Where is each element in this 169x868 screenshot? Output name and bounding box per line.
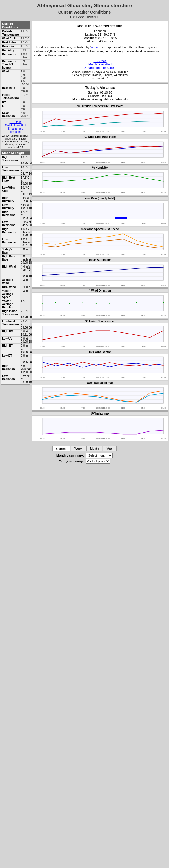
weewx-uptime: Weewx uptime: 16 days, 3 hours, 59 minut… [2,134,29,140]
mobile-link[interactable]: Mobile formatted [2,124,29,127]
svg-text:13:00: 13:00 [60,407,65,409]
monthly-summary-select[interactable]: -Select month- [86,453,113,458]
since-midnight-box: Since Midnight High Temperature18.3°C at… [1,150,30,385]
tab-current[interactable]: Current [53,445,70,451]
chart-area-barometer: 09:0013:0017:0021:0001:0005:0009:0018/05… [32,262,168,287]
tab-buttons: Current Week Month Year [2,445,167,451]
chart-title-wind-speed: m/s Wind Speed Gust Speed [32,227,168,231]
svg-text:09:00: 09:00 [40,315,44,317]
about-title: About this weather station: [34,24,166,28]
svg-text:18/05/22 10:35:00: 18/05/22 10:35:00 [96,130,110,132]
chart-title-rain: mm Rain (hourly total) [32,196,168,200]
chart-title-wind-vector: m/s Wind Vector [32,350,168,354]
cond-value: 17.9°C [20,41,30,44]
yearly-summary-select[interactable]: -Select year- [86,459,110,464]
svg-text:09:00: 09:00 [161,315,166,317]
chart-area-radiation: 09:0013:0017:0021:0001:0005:0009:0018/05… [32,385,168,410]
midnight-row: High ET0.0 mm at 10:25:00 [1,344,33,354]
svg-text:13:00: 13:00 [60,315,65,317]
midnight-label: High Rain Rate [1,255,20,265]
mobile-link-about[interactable]: Mobile formatted [89,63,111,66]
chart-svg-rain: 09:0013:0017:0021:0001:0005:0009:0018/05… [33,202,167,225]
svg-text:01:00: 01:00 [121,345,125,347]
svg-text:13:00: 13:00 [60,161,65,163]
about-description: This station uses a observer, controlled… [34,45,166,58]
latitude: Latitude: 51° 50.86' N [34,33,166,36]
almanac-title: Today's Almanac [34,86,166,90]
midnight-row: Low UV0.0 at 00:00:18 [1,337,33,344]
tab-week[interactable]: Week [71,445,86,451]
conditions-row: ET0.0 mm [1,104,31,111]
chart-svg-radiation: 09:0013:0017:0021:0001:0005:0009:0018/05… [33,386,167,409]
midnight-label: High Dewpoint [1,210,20,220]
about-box: About this weather station: Location Lat… [32,21,168,82]
svg-text:18/05/22 10:35:00: 18/05/22 10:35:00 [96,376,110,378]
cond-value: 3.0 [20,100,30,104]
chart-outside-temp: °C Outside Temperature Dew Point09:0013:… [32,104,168,134]
midnight-label: Vector Average Direction [1,299,20,309]
chart-title-radiation: W/m² Radiation max [32,381,168,385]
chart-title-outside-temp: °C Outside Temperature Dew Point [32,104,168,108]
svg-text:09:00: 09:00 [161,130,166,132]
version-about: weewx v4.5.1 [34,77,166,80]
left-panel: Current Conditions Outside Temperature18… [0,21,31,443]
links-box: RSS feed Mobile formatted Smartphone for… [1,119,30,150]
chart-svg-uv-index: 09:0013:0017:0021:0001:0005:0009:0018/05… [33,417,167,440]
svg-text:18/05/22 10:35:00: 18/05/22 10:35:00 [96,222,110,224]
svg-text:05:00: 05:00 [141,222,146,224]
svg-text:17:00: 17:00 [80,192,85,194]
midnight-label: Low Inside Temperature [1,319,20,330]
svg-text:05:00: 05:00 [141,376,146,378]
chart-area-wind-vector: 09:0013:0017:0021:0001:0005:0009:0018/05… [32,354,168,379]
chart-svg-barometer: 09:0013:0017:0021:0001:0005:0009:0018/05… [33,263,167,286]
cond-label: Outside Temperature [1,30,20,37]
rss-link-about[interactable]: RSS feed [93,59,106,63]
chart-title-wind-direction: ° Wind Direction [32,289,168,293]
monthly-summary-row: Monthly summary: -Select month- [2,453,167,458]
tab-month[interactable]: Month [87,445,103,451]
midnight-label: High Inside Temperature [1,309,20,319]
midnight-label: High Humidity [1,196,20,203]
svg-text:18/05/22 10:35:00: 18/05/22 10:35:00 [96,315,110,317]
svg-rect-48 [115,217,127,219]
svg-text:09:00: 09:00 [40,130,44,132]
svg-text:01:00: 01:00 [121,253,125,255]
svg-text:01:00: 01:00 [121,284,125,286]
conditions-row: Inside Temperature21.0°C [1,93,31,100]
cond-label: Dewpoint [1,44,20,49]
chart-area-uv-index: 09:0013:0017:0021:0001:0005:0009:0018/05… [32,416,168,441]
since-midnight-title: Since Midnight [1,151,30,155]
about-uptime: Weewx uptime: 16 days, 3 hours, 59 minut… [34,70,166,80]
almanac-box: Today's Almanac Sunrise: 05:10:26 Sunset… [32,84,168,103]
svg-text:17:00: 17:00 [80,222,85,224]
svg-text:18/05/22 10:35:00: 18/05/22 10:35:00 [96,345,110,347]
cond-value: 0.0 mm [20,104,30,111]
chart-svg-wind-direction: 09:0013:0017:0021:0001:0005:0009:0018/05… [33,294,167,317]
smartphone-link[interactable]: Smartphone formatted [2,127,29,133]
midnight-row: Low Temperature10.6°C at 04:47:14 [1,165,33,176]
svg-text:05:00: 05:00 [141,315,146,317]
conditions-row: Humidity66% [1,49,31,53]
sunrise: Sunrise: 05:10:26 [34,91,166,94]
svg-text:18/05/22 10:35:00: 18/05/22 10:35:00 [96,407,110,409]
svg-text:09:00: 09:00 [161,407,166,409]
moon-phase: Moon Phase: Waning gibbous (94% full) [34,98,166,101]
svg-text:13:00: 13:00 [60,284,65,286]
midnight-row: Vector Average Direction177° [1,299,33,309]
page-header: Abbeymead Glouester, Gloucestershire Cur… [0,0,169,21]
smartphone-link-about[interactable]: Smartphone formatted [84,66,115,69]
conditions-row: Rain Rate0.0 mm/h [1,86,31,93]
cond-value: 0.0 mm/h [20,86,30,93]
svg-text:09:00: 09:00 [40,284,44,286]
rss-link[interactable]: RSS feed [2,120,29,124]
tab-year[interactable]: Year [103,445,116,451]
svg-text:17:00: 17:00 [80,253,85,255]
svg-text:09:00: 09:00 [40,161,44,163]
chart-wind-chill: °C Wind Chill Heat Index09:0013:0017:002… [32,135,168,165]
midnight-row: High Humidity94% at 01:30:26 [1,196,33,203]
conditions-title: Current Conditions [1,22,30,29]
weewx-link[interactable]: weewx [91,45,100,49]
midnight-label: Today's Rain [1,248,20,255]
chart-title-inside-temp: °C Inside Temperature [32,319,168,323]
svg-point-95 [96,303,97,304]
